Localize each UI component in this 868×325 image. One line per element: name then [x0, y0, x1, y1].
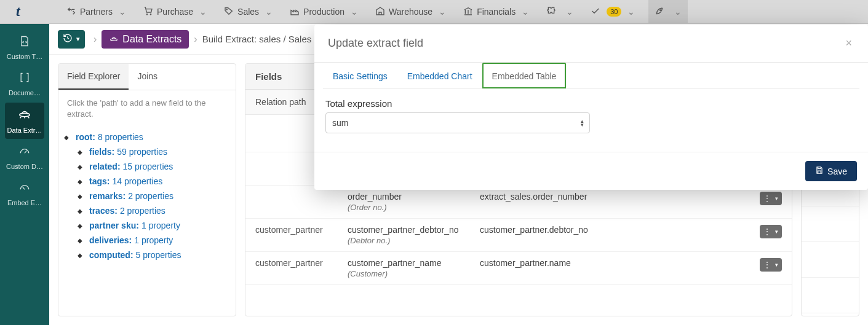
tab-basic-settings[interactable]: Basic Settings [323, 63, 397, 88]
save-icon [815, 166, 824, 176]
modal-title: Update extract field [328, 37, 423, 50]
save-button[interactable]: Save [805, 161, 857, 181]
tab-embedded-chart[interactable]: Embedded Chart [397, 63, 482, 88]
save-label: Save [827, 166, 847, 176]
tab-embedded-table[interactable]: Embedded Table [482, 63, 567, 88]
modal-overlay: Update extract field × Basic Settings Em… [0, 0, 868, 325]
total-expression-label: Total expression [325, 98, 857, 109]
total-expression-select[interactable]: sum [325, 112, 590, 133]
close-button[interactable]: × [843, 34, 854, 52]
update-extract-field-modal: Update extract field × Basic Settings Em… [314, 25, 868, 190]
modal-tabs: Basic Settings Embedded Chart Embedded T… [314, 63, 868, 88]
